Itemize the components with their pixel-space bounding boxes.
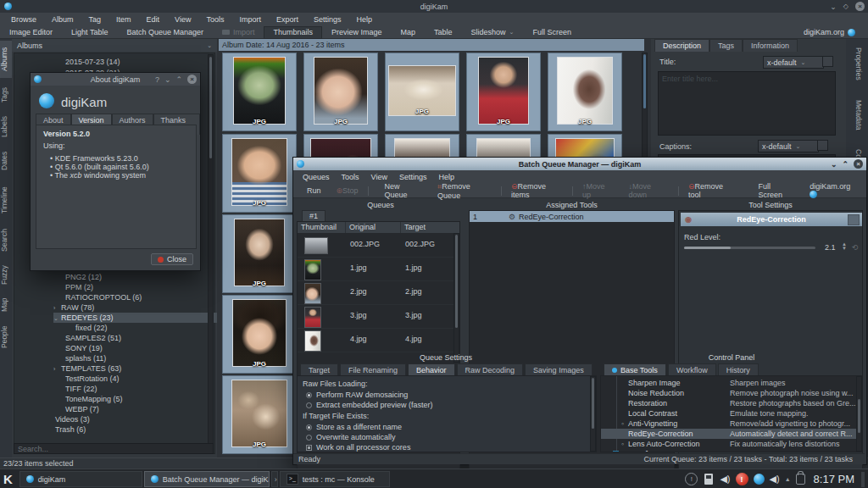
assigned-tool-row[interactable]: 1 ⚙ RedEye-Correction	[470, 211, 674, 222]
task-konsole[interactable]: >_ tests : mc — Konsole	[280, 471, 390, 487]
col-target[interactable]: Target	[401, 222, 452, 233]
red-level-value[interactable]: 2.1	[825, 243, 836, 252]
panel-handle[interactable]	[861, 472, 865, 487]
queue-row[interactable]: 3.jpg 3.jpg	[298, 304, 459, 329]
tool-row-selected[interactable]: RedEye-CorrectionAutomatically detect an…	[601, 429, 862, 439]
queue-row[interactable]: 1.jpg 1.jpg	[298, 257, 459, 281]
menu-export[interactable]: Export	[269, 15, 306, 24]
collapse-icon[interactable]: ⌄	[207, 42, 212, 49]
album-item[interactable]: RATIOCROPTOOL (6)	[65, 292, 142, 302]
menu-item[interactable]: Item	[108, 15, 139, 24]
album-item[interactable]: SAMPLES2 (51)	[65, 333, 121, 343]
album-item[interactable]: ›TEMPLATES (63)	[53, 363, 121, 374]
scrollbar-handle[interactable]	[643, 54, 646, 108]
sidebar-tab-metadata[interactable]: Metadata	[851, 100, 863, 141]
menu-settings[interactable]: Settings	[393, 173, 433, 181]
minimize-icon[interactable]: ⌄	[830, 3, 837, 11]
radio-store-different[interactable]: Store as a different name	[306, 423, 402, 431]
album-item[interactable]: Videos (3)	[55, 414, 90, 424]
toolbar-thumbnails[interactable]: Thumbnails	[264, 26, 322, 39]
thumbnail-cell[interactable]: JPG	[222, 295, 297, 374]
thumbnail-cell[interactable]: JPG	[222, 134, 297, 213]
klipper-alert-icon[interactable]: !	[736, 473, 748, 485]
tray-expand-icon[interactable]: ▲	[785, 476, 791, 482]
toolbar-light-table[interactable]: Light Table	[62, 26, 117, 39]
toolbar-slideshow[interactable]: Slideshow⌄	[462, 26, 524, 39]
shade-icon[interactable]: ⌃	[175, 75, 182, 84]
radio-overwrite[interactable]: Overwrite automatically	[306, 433, 396, 441]
menu-tools[interactable]: Tools	[198, 15, 231, 24]
close-icon[interactable]: ×	[855, 2, 865, 11]
toolbar-full-screen[interactable]: Full Screen	[523, 26, 581, 39]
tool-group-transform[interactable]: ⌄Transform	[601, 449, 862, 452]
queue-row[interactable]: 4.jpg 4.jpg	[298, 328, 459, 352]
task-group-expander[interactable]: ›	[271, 471, 278, 487]
thumbnail-cell[interactable]: JPG	[222, 53, 297, 131]
thumbnail-cell[interactable]: JPG	[466, 53, 541, 131]
title-clear-button[interactable]	[822, 56, 833, 67]
menu-settings[interactable]: Settings	[306, 15, 349, 24]
close-icon[interactable]: ×	[854, 159, 863, 169]
clock[interactable]: 8:17 PM	[814, 473, 854, 485]
tool-row[interactable]: ◦Lens Auto-CorrectionFix automatically l…	[601, 439, 862, 449]
menu-help[interactable]: Help	[349, 15, 381, 24]
collapse-icon[interactable]: ⌄	[53, 313, 61, 324]
thumbnail-cell[interactable]: JPG	[385, 53, 459, 131]
red-level-slider[interactable]	[684, 247, 815, 249]
sidebar-tab-labels[interactable]: Labels	[0, 112, 12, 141]
thumbnail-cell[interactable]: JPG	[222, 375, 297, 454]
queue-tab-1[interactable]: #1	[302, 210, 326, 221]
network-icon[interactable]	[754, 474, 765, 485]
captions-add-button[interactable]	[817, 140, 828, 151]
menu-view[interactable]: View	[167, 15, 198, 24]
queue-row[interactable]: 002.JPG 002.JPG	[298, 233, 459, 258]
help-icon[interactable]: ?	[155, 75, 159, 84]
tab-information[interactable]: Information	[743, 39, 798, 52]
spinbox-arrows[interactable]: ▲▼	[842, 242, 847, 251]
sidebar-tab-dates[interactable]: Dates	[0, 147, 12, 175]
album-item[interactable]: Trash (6)	[55, 424, 86, 435]
task-digikam[interactable]: digiKam	[19, 471, 142, 487]
volume2-icon[interactable]: ◀)	[770, 474, 780, 485]
toolbar-image-editor[interactable]: Image Editor	[0, 26, 62, 39]
sidebar-tab-fuzzy[interactable]: Fuzzy	[0, 263, 12, 288]
album-item[interactable]: TIFF (22)	[65, 384, 97, 394]
album-item[interactable]: TestRotation (4)	[65, 374, 120, 384]
remove-items-button[interactable]: ⊖Remove items	[504, 182, 570, 199]
menu-view[interactable]: View	[365, 173, 393, 181]
queue-row[interactable]: 2.jpg 2.jpg	[298, 280, 459, 305]
reset-icon[interactable]: ⟲	[852, 243, 859, 252]
digikam-org-link[interactable]: digiKam.org	[802, 182, 865, 200]
sidebar-tab-search[interactable]: Search	[0, 225, 12, 256]
menu-album[interactable]: Album	[44, 15, 81, 24]
album-item[interactable]: ›RAW (78)	[53, 302, 94, 313]
tools-scrollbar[interactable]	[856, 376, 862, 452]
albums-scrollbar[interactable]	[208, 54, 214, 453]
menu-browse[interactable]: Browse	[3, 15, 44, 24]
toolbar-batch-queue-manager[interactable]: Batch Queue Manager	[117, 26, 213, 39]
sidebar-tab-albums[interactable]: Albums	[0, 41, 12, 78]
tool-row[interactable]: Local ContrastEmulate tone mapping.	[601, 408, 862, 419]
kde-menu-icon[interactable]: K	[3, 472, 13, 486]
minimize-icon[interactable]: ⌄	[831, 160, 837, 169]
sidebar-tab-people[interactable]: People	[0, 322, 12, 352]
album-item[interactable]: ToneMapping (5)	[65, 394, 123, 404]
sidebar-tab-timeline[interactable]: Timeline	[0, 181, 12, 219]
album-item-selected[interactable]: ⌄REDEYES (23)	[53, 313, 244, 323]
new-queue-button[interactable]: New Queue	[377, 182, 431, 199]
album-item[interactable]: WEBP (7)	[65, 404, 99, 414]
scrollbar-handle[interactable]	[858, 399, 860, 433]
title-language-dropdown[interactable]: x-default⌄	[763, 56, 824, 69]
toolbar-digikam-org[interactable]: digiKam.org	[794, 26, 865, 39]
col-thumbnail[interactable]: Thumbnail	[298, 222, 346, 233]
toolbar-map[interactable]: Map	[392, 26, 426, 39]
settings-scrollbar[interactable]	[590, 376, 596, 452]
thumbnail-cell[interactable]: JPG	[548, 53, 622, 131]
tool-row[interactable]: Noise ReductionRemove photograph noise u…	[601, 388, 862, 398]
device-notifier-icon[interactable]	[704, 474, 713, 485]
lock-clock-icon[interactable]	[796, 474, 805, 485]
collapse-icon[interactable]: ⌄	[604, 449, 609, 452]
radio-perform-raw[interactable]: Perform RAW demosaicing	[306, 391, 408, 399]
album-item[interactable]: splashs (11)	[65, 353, 106, 363]
notifications-icon[interactable]: !	[685, 473, 698, 485]
